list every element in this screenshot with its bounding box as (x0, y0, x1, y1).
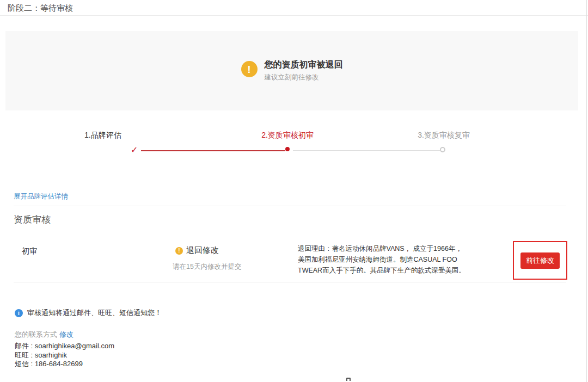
page-right-border (586, 0, 587, 382)
edit-contact-link[interactable]: 修改 (59, 330, 74, 338)
step-qualification-first-review-label: 2.资质审核初审 (261, 131, 314, 139)
stage-name: 初审 (22, 247, 37, 256)
contact-details: 邮件 : soarhighikea@gmail.com 旺旺 : soarhig… (15, 342, 114, 369)
info-icon: i (15, 309, 23, 317)
divider (14, 206, 566, 206)
contact-header: 您的联系方式修改 (15, 330, 74, 340)
contact-wangwang: 旺旺 : soarhighik (15, 351, 114, 360)
review-row: 初审 ! 退回修改 请在15天内修改并提交 退回理由：著名运动休闲品牌VANS，… (0, 241, 588, 282)
step-brand-evaluation-label: 1.品牌评估 (84, 131, 121, 139)
return-reason: 退回理由：著名运动休闲品牌VANS， 成立于1966年， 美国加利福尼亚州安纳海… (298, 243, 465, 276)
exclamation-glyph: ! (178, 248, 180, 254)
qualification-section-heading: 资质审核 (14, 213, 51, 226)
progress-steps: 1.品牌评估 2.资质审核初审 3.资质审核复审 ✓ (0, 131, 588, 163)
warning-icon: ! (241, 61, 258, 77)
deadline-text: 请在15天内修改并提交 (173, 262, 241, 272)
page-title: 阶段二：等待审核 (8, 3, 73, 14)
page-header: 阶段二：等待审核 (0, 0, 588, 16)
return-reason-line: 退回理由：著名运动休闲品牌VANS， 成立于1966年， (298, 243, 465, 254)
banner-text-block: 您的资质初审被退回 建议立刻前往修改 (265, 60, 343, 82)
banner-subtitle: 建议立刻前往修改 (265, 73, 343, 82)
progress-line-completed (141, 150, 285, 151)
return-reason-line: 美国加利福尼亚州安纳海姆街道。制造CASUAL FOO (298, 254, 465, 265)
info-glyph: i (18, 310, 20, 316)
contact-email: 邮件 : soarhighikea@gmail.com (15, 342, 114, 351)
contact-sms: 短信 : 186-684-82699 (15, 360, 114, 369)
current-step-dot-icon (285, 147, 290, 151)
notification-notice: i 审核通知将通过邮件、旺旺、短信通知您！ (15, 308, 162, 318)
returned-warning-icon: ! (175, 247, 183, 255)
status-text: 退回修改 (186, 245, 219, 256)
progress-line-pending (293, 150, 440, 151)
return-reason-line: TWEAR而入手下手的。其品牌下生产的款式深受美国。 (298, 265, 465, 276)
contact-label: 您的联系方式 (15, 330, 57, 338)
highlight-annotation-box: 前往修改 (513, 241, 567, 280)
status-banner: ! 您的资质初审被退回 建议立刻前往修改 (5, 31, 578, 110)
status-line: ! 退回修改 (175, 245, 219, 256)
exclamation-glyph: ! (247, 64, 250, 75)
pending-step-circle-icon (440, 147, 445, 152)
status-banner-content: ! 您的资质初审被退回 建议立刻前往修改 (5, 31, 578, 82)
check-icon: ✓ (131, 145, 138, 155)
banner-title: 您的资质初审被退回 (265, 60, 343, 70)
notice-text: 审核通知将通过邮件、旺旺、短信通知您！ (27, 308, 162, 318)
divider (14, 282, 566, 282)
qualification-review-page: 阶段二：等待审核 ! 您的资质初审被退回 建议立刻前往修改 1.品牌评估 2.资… (0, 0, 588, 382)
cutoff-glyph (346, 378, 351, 381)
expand-brand-evaluation-link[interactable]: 展开品牌评估详情 (14, 192, 68, 201)
step-qualification-second-review-label: 3.资质审核复审 (418, 131, 470, 139)
go-modify-button[interactable]: 前往修改 (520, 252, 560, 269)
